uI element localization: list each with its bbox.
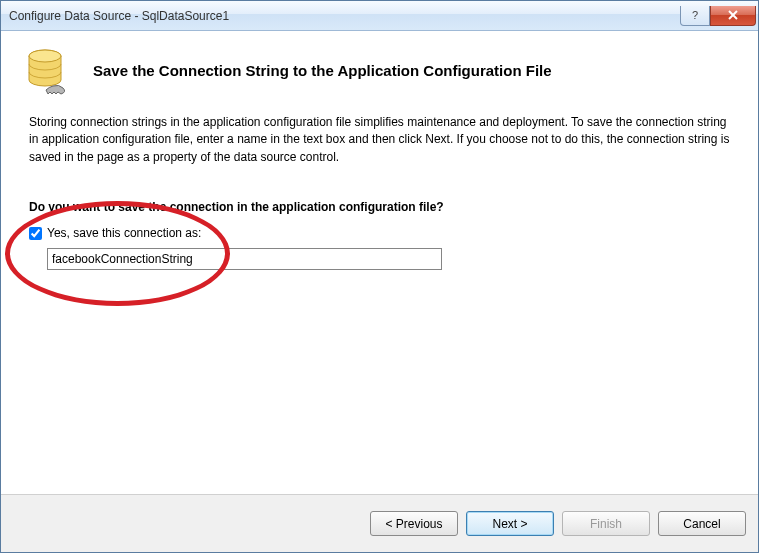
help-icon: ? [692, 9, 698, 21]
checkbox-label: Yes, save this connection as: [47, 226, 201, 240]
description-text: Storing connection strings in the applic… [29, 114, 730, 166]
wizard-content: Storing connection strings in the applic… [1, 114, 758, 494]
cancel-button[interactable]: Cancel [658, 511, 746, 536]
dialog-window: Configure Data Source - SqlDataSource1 ? [0, 0, 759, 553]
close-button[interactable] [710, 6, 756, 26]
window-title: Configure Data Source - SqlDataSource1 [9, 9, 680, 23]
wizard-heading: Save the Connection String to the Applic… [93, 62, 552, 79]
database-icon [25, 46, 73, 94]
next-button[interactable]: Next > [466, 511, 554, 536]
connection-name-input[interactable] [47, 248, 442, 270]
help-button[interactable]: ? [680, 6, 710, 26]
wizard-footer: < Previous Next > Finish Cancel [1, 494, 758, 552]
close-icon [727, 10, 739, 20]
window-buttons: ? [680, 6, 756, 26]
finish-button[interactable]: Finish [562, 511, 650, 536]
question-label: Do you want to save the connection in th… [29, 200, 730, 214]
save-connection-checkbox-row[interactable]: Yes, save this connection as: [29, 226, 730, 240]
wizard-header: Save the Connection String to the Applic… [1, 31, 758, 114]
svg-point-3 [29, 50, 61, 62]
previous-button[interactable]: < Previous [370, 511, 458, 536]
titlebar: Configure Data Source - SqlDataSource1 ? [1, 1, 758, 31]
save-connection-checkbox[interactable] [29, 227, 42, 240]
